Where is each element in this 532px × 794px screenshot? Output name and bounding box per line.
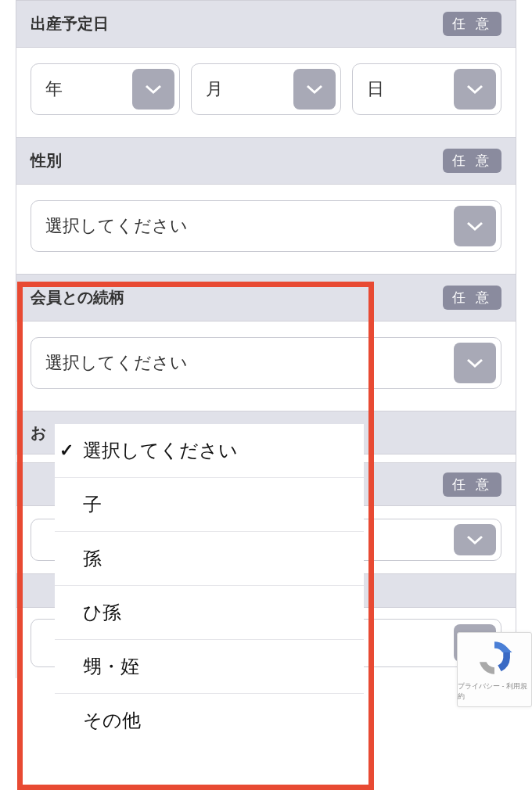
dropdown-option-placeholder[interactable]: 選択してください (55, 424, 364, 478)
relation-select-text: 選択してください (45, 351, 188, 375)
recaptcha-footer: プライバシー - 利用規約 (458, 681, 531, 702)
optional-badge: 任 意 (443, 149, 501, 173)
month-select-text: 月 (206, 77, 223, 101)
section-header-due-date: 出産予定日 任 意 (16, 0, 516, 48)
year-select-text: 年 (45, 77, 63, 101)
chevron-down-icon (454, 69, 496, 110)
svg-marker-0 (507, 647, 512, 652)
dropdown-option-great-grandchild[interactable]: ひ孫 (55, 586, 364, 640)
gender-select-text: 選択してください (45, 214, 188, 238)
year-select[interactable]: 年 (31, 63, 180, 115)
chevron-down-icon (454, 524, 496, 555)
chevron-down-icon (454, 206, 496, 246)
section-header-relation: 会員との続柄 任 意 (16, 274, 516, 322)
recaptcha-badge[interactable]: プライバシー - 利用規約 (457, 632, 532, 707)
section-header-gender: 性別 任 意 (16, 137, 516, 185)
chevron-down-icon (454, 343, 496, 383)
partial-letter: お (31, 422, 46, 444)
optional-badge: 任 意 (443, 286, 501, 310)
due-date-body: 年 月 日 (16, 48, 516, 137)
optional-badge: 任 意 (443, 472, 501, 497)
chevron-down-icon (293, 69, 336, 110)
dropdown-option-nephew-niece[interactable]: 甥・姪 (55, 640, 364, 694)
gender-body: 選択してください (16, 185, 516, 274)
optional-badge: 任 意 (443, 12, 501, 36)
dropdown-option-other[interactable]: その他 (55, 694, 364, 747)
gender-select[interactable]: 選択してください (31, 200, 501, 252)
relation-label: 会員との続柄 (31, 287, 124, 308)
gender-label: 性別 (31, 150, 62, 171)
day-select-text: 日 (367, 77, 384, 101)
dropdown-option-grandchild[interactable]: 孫 (55, 532, 364, 586)
relation-body: 選択してください (16, 322, 516, 411)
chevron-down-icon (132, 69, 174, 110)
recaptcha-icon (474, 638, 515, 678)
due-date-label: 出産予定日 (31, 13, 109, 34)
relation-select[interactable]: 選択してください (31, 337, 501, 389)
relation-dropdown-menu: 選択してください 子 孫 ひ孫 甥・姪 その他 (55, 424, 364, 747)
month-select[interactable]: 月 (191, 63, 340, 115)
day-select[interactable]: 日 (352, 63, 501, 115)
dropdown-option-child[interactable]: 子 (55, 478, 364, 532)
